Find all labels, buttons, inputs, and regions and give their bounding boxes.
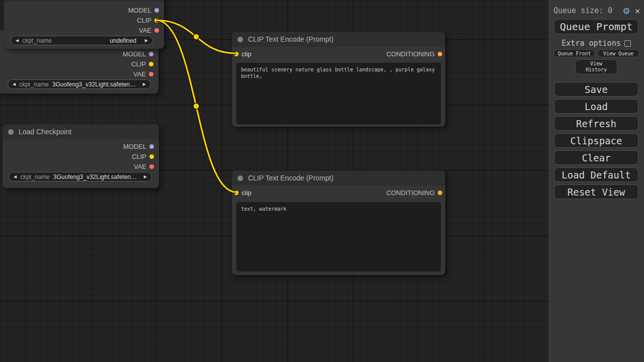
- load-checkpoint-node[interactable]: Load Checkpoint MODEL CLIP VAE ◀ ckpt_na…: [3, 124, 159, 188]
- clip-text-encode-node-positive[interactable]: CLIP Text Encode (Prompt) clip CONDITION…: [232, 32, 445, 127]
- widget-prev-arrow-icon[interactable]: ◀: [16, 39, 19, 43]
- load-button[interactable]: Load: [554, 99, 638, 114]
- load-default-button[interactable]: Load Default: [554, 167, 638, 182]
- link-midpoint-dot[interactable]: [193, 34, 199, 40]
- wire-outline: [156, 20, 236, 192]
- clip-link-wire-lower[interactable]: [156, 20, 236, 192]
- node-title: Load Checkpoint: [19, 128, 71, 136]
- widget-next-arrow-icon[interactable]: ▶: [143, 82, 146, 86]
- output-slot-clip[interactable]: CLIP: [132, 153, 154, 160]
- vae-slot-icon[interactable]: [149, 164, 154, 169]
- extra-options-row: Extra options: [548, 39, 644, 48]
- clip-slot-icon[interactable]: [149, 154, 154, 159]
- node-title: CLIP Text Encode (Prompt): [248, 35, 334, 43]
- model-slot-icon[interactable]: [149, 144, 154, 149]
- slot-label: clip: [242, 189, 252, 197]
- clip-slot-icon[interactable]: [234, 52, 238, 56]
- output-slot-vae[interactable]: VAE: [139, 27, 159, 34]
- clear-button[interactable]: Clear: [554, 150, 638, 165]
- output-slot-model[interactable]: MODEL: [123, 143, 154, 150]
- vae-slot-icon[interactable]: [149, 72, 153, 76]
- view-queue-button[interactable]: View Queue: [597, 49, 639, 57]
- output-slot-conditioning[interactable]: CONDITIONING: [386, 50, 442, 57]
- node-graph-canvas[interactable]: MODEL CLIP VAE ◀ ckpt_name 3Guofeng3_v32…: [0, 0, 548, 362]
- link-midpoint-dot[interactable]: [193, 103, 199, 109]
- reset-view-button[interactable]: Reset View: [554, 185, 638, 199]
- widget-label: ckpt_name: [22, 37, 52, 44]
- view-history-button[interactable]: View History: [575, 59, 617, 74]
- output-slot-clip[interactable]: CLIP: [131, 60, 153, 67]
- slot-label: CLIP: [131, 60, 146, 68]
- node-title-bar[interactable]: Load Checkpoint: [3, 124, 159, 139]
- clipspace-button[interactable]: Clipspace: [554, 133, 638, 148]
- widget-label: ckpt_name: [19, 81, 49, 88]
- slot-label: MODEL: [123, 143, 146, 150]
- queue-prompt-button[interactable]: Queue Prompt: [554, 19, 638, 34]
- node-title: CLIP Text Encode (Prompt): [248, 174, 334, 182]
- slot-label: CONDITIONING: [386, 50, 435, 58]
- output-slot-model[interactable]: MODEL: [128, 7, 159, 14]
- node-title-bar[interactable]: CLIP Text Encode (Prompt): [232, 170, 445, 186]
- checkpoint-node-top[interactable]: MODEL CLIP VAE ◀ ckpt_name undefined ▶: [4, 0, 164, 49]
- slot-label: CLIP: [137, 17, 151, 24]
- slot-label: VAE: [134, 163, 146, 170]
- widget-value[interactable]: 3Guofeng3_v32Light.safeten…: [52, 81, 139, 88]
- output-slot-vae[interactable]: VAE: [133, 70, 153, 77]
- widget-value[interactable]: 3Guofeng3_v32Light.safeten…: [53, 173, 140, 180]
- node-title-bar[interactable]: [4, 0, 164, 2]
- widget-value[interactable]: undefined: [55, 37, 141, 44]
- clip-slot-icon[interactable]: [154, 18, 159, 23]
- slot-label: CONDITIONING: [386, 189, 435, 197]
- wire-outline: [156, 20, 236, 53]
- widget-label: ckpt_name: [20, 173, 50, 180]
- prompt-text-input[interactable]: beautiful scenery nature glass bottle la…: [236, 63, 441, 124]
- collapse-dot-icon[interactable]: [237, 175, 243, 181]
- conditioning-slot-icon[interactable]: [438, 52, 442, 56]
- comfy-menu-panel: Queue size: 0 ⚙ ✕ Queue Prompt Extra opt…: [548, 0, 644, 362]
- slot-label: VAE: [133, 70, 146, 78]
- ckpt-name-widget[interactable]: ◀ ckpt_name undefined ▶: [11, 36, 153, 45]
- collapse-dot-icon[interactable]: [237, 37, 243, 42]
- ckpt-name-widget[interactable]: ◀ ckpt_name 3Guofeng3_v32Light.safeten… …: [9, 172, 152, 182]
- output-slot-model[interactable]: MODEL: [123, 50, 153, 57]
- refresh-button[interactable]: Refresh: [554, 116, 638, 131]
- model-slot-icon[interactable]: [149, 52, 153, 56]
- extra-options-checkbox[interactable]: [624, 40, 631, 47]
- prompt-text-input[interactable]: text, watermark: [236, 202, 441, 272]
- clip-text-encode-node-negative[interactable]: CLIP Text Encode (Prompt) clip CONDITION…: [232, 170, 445, 275]
- widget-prev-arrow-icon[interactable]: ◀: [14, 175, 17, 179]
- input-slot-clip[interactable]: clip: [234, 50, 252, 57]
- slot-label: MODEL: [128, 7, 151, 14]
- slot-label: clip: [242, 50, 252, 58]
- input-slot-clip[interactable]: clip: [234, 189, 252, 196]
- close-icon[interactable]: ✕: [635, 6, 640, 16]
- save-button[interactable]: Save: [554, 82, 638, 97]
- slot-label: CLIP: [132, 153, 146, 160]
- widget-next-arrow-icon[interactable]: ▶: [144, 175, 147, 179]
- output-slot-clip[interactable]: CLIP: [137, 17, 159, 24]
- settings-gear-icon[interactable]: ⚙: [623, 6, 630, 16]
- collapse-dot-icon[interactable]: [8, 129, 14, 135]
- clip-slot-icon[interactable]: [234, 191, 238, 195]
- output-slot-conditioning[interactable]: CONDITIONING: [386, 189, 442, 196]
- clip-link-wire-upper[interactable]: [156, 20, 236, 53]
- model-slot-icon[interactable]: [154, 8, 159, 13]
- queue-front-button[interactable]: Queue Front: [553, 49, 595, 57]
- widget-prev-arrow-icon[interactable]: ◀: [13, 82, 16, 86]
- slot-label: VAE: [139, 27, 151, 34]
- output-slot-vae[interactable]: VAE: [134, 163, 154, 170]
- ckpt-name-widget[interactable]: ◀ ckpt_name 3Guofeng3_v32Light.safeten… …: [8, 79, 151, 89]
- conditioning-slot-icon[interactable]: [438, 191, 442, 195]
- slot-label: MODEL: [123, 50, 146, 58]
- queue-size-label: Queue size: 0: [553, 6, 623, 15]
- queue-status-row: Queue size: 0 ⚙ ✕: [553, 5, 640, 17]
- vae-slot-icon[interactable]: [154, 28, 159, 33]
- extra-options-label: Extra options: [561, 39, 620, 48]
- clip-slot-icon[interactable]: [149, 62, 153, 66]
- widget-next-arrow-icon[interactable]: ▶: [145, 39, 148, 43]
- node-title-bar[interactable]: CLIP Text Encode (Prompt): [232, 32, 445, 47]
